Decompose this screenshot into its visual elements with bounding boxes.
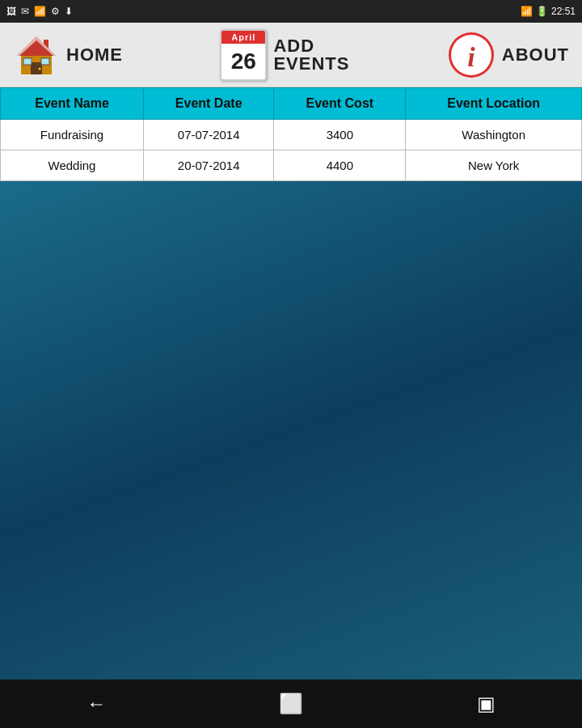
calendar-icon: April 26 bbox=[220, 29, 267, 81]
table-cell: 20-07-2014 bbox=[144, 150, 274, 181]
table-cell: 07-07-2014 bbox=[144, 120, 274, 150]
col-event-cost: Event Cost bbox=[274, 88, 406, 120]
table-header-row: Event Name Event Date Event Cost Event L… bbox=[1, 88, 582, 120]
status-icons-right: 📶 🔋 22:51 bbox=[521, 6, 576, 17]
recent-button[interactable]: ▣ bbox=[461, 686, 512, 722]
home-button[interactable]: ⬜ bbox=[263, 686, 319, 722]
battery-icon: 🔋 bbox=[536, 6, 548, 17]
about-label: ABOUT bbox=[502, 44, 569, 66]
mail-icon: ✉ bbox=[21, 6, 29, 17]
calendar-day: 26 bbox=[221, 44, 265, 79]
about-icon: i bbox=[447, 31, 496, 79]
back-button[interactable]: ← bbox=[70, 686, 122, 722]
picture-icon: 🖼 bbox=[6, 6, 16, 17]
usb-icon: ⚙ bbox=[51, 6, 60, 17]
svg-point-3 bbox=[39, 67, 41, 70]
status-icons-left: 🖼 ✉ 📶 ⚙ ⬇ bbox=[6, 6, 73, 17]
table-row[interactable]: Wedding20-07-20144400New York bbox=[1, 150, 582, 181]
status-bar: 🖼 ✉ 📶 ⚙ ⬇ 📶 🔋 22:51 bbox=[0, 0, 582, 23]
main-content bbox=[0, 181, 582, 679]
add-events-line1: ADD bbox=[273, 37, 349, 55]
table-cell: New York bbox=[406, 150, 582, 181]
table-cell: 3400 bbox=[274, 120, 406, 150]
download-icon: ⬇ bbox=[65, 6, 73, 17]
add-events-nav-item[interactable]: April 26 ADD EVENTS bbox=[220, 29, 349, 81]
bottom-nav: ← ⬜ ▣ bbox=[0, 679, 582, 728]
calendar-month: April bbox=[221, 31, 265, 44]
events-table: Event Name Event Date Event Cost Event L… bbox=[0, 87, 582, 181]
table-cell: Fundraising bbox=[1, 120, 144, 150]
svg-rect-6 bbox=[23, 58, 32, 65]
home-nav-item[interactable]: HOME bbox=[13, 32, 123, 78]
nav-bar: HOME April 26 ADD EVENTS i ABOUT bbox=[0, 23, 582, 87]
col-event-location: Event Location bbox=[406, 88, 582, 120]
svg-text:i: i bbox=[467, 42, 475, 72]
add-events-line2: EVENTS bbox=[273, 55, 349, 73]
col-event-date: Event Date bbox=[144, 88, 274, 120]
table-cell: 4400 bbox=[274, 150, 406, 181]
svg-rect-7 bbox=[41, 58, 49, 65]
table-row[interactable]: Fundraising07-07-20143400Washington bbox=[1, 120, 582, 150]
home-label: HOME bbox=[66, 44, 123, 66]
add-events-text: ADD EVENTS bbox=[273, 37, 349, 73]
signal-icon: 📶 bbox=[521, 6, 533, 17]
time-display: 22:51 bbox=[551, 6, 576, 17]
home-icon bbox=[13, 32, 60, 78]
col-event-name: Event Name bbox=[1, 88, 144, 120]
about-nav-item[interactable]: i ABOUT bbox=[447, 31, 569, 79]
wifi-icon: 📶 bbox=[34, 6, 46, 17]
events-table-container: Event Name Event Date Event Cost Event L… bbox=[0, 87, 582, 181]
table-cell: Washington bbox=[406, 120, 582, 150]
table-cell: Wedding bbox=[1, 150, 144, 181]
